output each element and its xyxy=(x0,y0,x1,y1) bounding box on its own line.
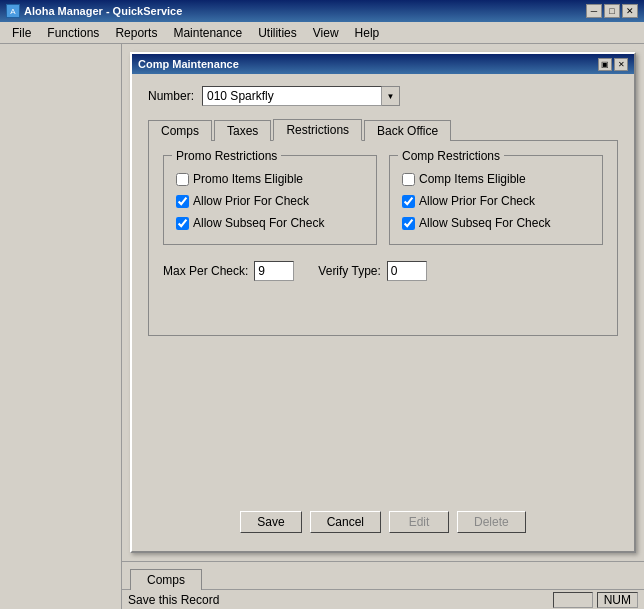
title-bar: A Aloha Manager - QuickService ─ □ ✕ xyxy=(0,0,644,22)
status-bar: Save this Record NUM xyxy=(122,589,644,609)
allow-subseq-promo-row: Allow Subseq For Check xyxy=(176,216,364,230)
verify-type-row: Verify Type: xyxy=(318,261,426,281)
max-per-check-label: Max Per Check: xyxy=(163,264,248,278)
status-empty xyxy=(553,592,593,608)
allow-subseq-promo-label[interactable]: Allow Subseq For Check xyxy=(193,216,324,230)
allow-prior-check-comp-checkbox[interactable] xyxy=(402,195,415,208)
number-row: Number: ▼ xyxy=(148,86,618,106)
dialog-titlebar: Comp Maintenance ▣ ✕ xyxy=(132,54,634,74)
menu-help[interactable]: Help xyxy=(347,24,388,42)
bottom-fields: Max Per Check: Verify Type: xyxy=(163,261,603,281)
sidebar xyxy=(0,44,122,609)
comp-restrictions-group: Comp Restrictions Comp Items Eligible Al… xyxy=(389,155,603,245)
allow-prior-check-promo-label[interactable]: Allow Prior For Check xyxy=(193,194,309,208)
status-num: NUM xyxy=(597,592,638,608)
maximize-button[interactable]: □ xyxy=(604,4,620,18)
allow-subseq-comp-label[interactable]: Allow Subseq For Check xyxy=(419,216,550,230)
comp-group-legend: Comp Restrictions xyxy=(398,149,504,163)
promo-restrictions-group: Promo Restrictions Promo Items Eligible … xyxy=(163,155,377,245)
tab-restrictions[interactable]: Restrictions xyxy=(273,119,362,141)
menu-functions[interactable]: Functions xyxy=(39,24,107,42)
max-per-check-row: Max Per Check: xyxy=(163,261,294,281)
main-content: Comp Maintenance ▣ ✕ Number: ▼ Co xyxy=(0,44,644,609)
allow-subseq-promo-checkbox[interactable] xyxy=(176,217,189,230)
tab-backoffice[interactable]: Back Office xyxy=(364,120,451,141)
verify-type-input[interactable] xyxy=(387,261,427,281)
max-per-check-input[interactable] xyxy=(254,261,294,281)
delete-button[interactable]: Delete xyxy=(457,511,526,533)
number-field[interactable] xyxy=(202,86,382,106)
bottom-tab-comps[interactable]: Comps xyxy=(130,569,202,590)
status-text: Save this Record xyxy=(128,593,219,607)
cancel-button[interactable]: Cancel xyxy=(310,511,381,533)
save-button[interactable]: Save xyxy=(240,511,301,533)
menu-reports[interactable]: Reports xyxy=(107,24,165,42)
menu-maintenance[interactable]: Maintenance xyxy=(165,24,250,42)
restrictions-tab-content: Promo Restrictions Promo Items Eligible … xyxy=(148,141,618,336)
comp-items-eligible-label[interactable]: Comp Items Eligible xyxy=(419,172,526,186)
tab-taxes[interactable]: Taxes xyxy=(214,120,271,141)
allow-prior-promo-row: Allow Prior For Check xyxy=(176,194,364,208)
dialog-title: Comp Maintenance xyxy=(138,58,239,70)
tab-bar: Comps Taxes Restrictions Back Office xyxy=(148,118,618,141)
comp-items-eligible-checkbox[interactable] xyxy=(402,173,415,186)
bottom-tab-bar: Comps xyxy=(122,561,644,589)
number-dropdown[interactable]: ▼ xyxy=(202,86,400,106)
restrictions-row: Promo Restrictions Promo Items Eligible … xyxy=(163,155,603,245)
close-button[interactable]: ✕ xyxy=(622,4,638,18)
edit-button[interactable]: Edit xyxy=(389,511,449,533)
center-area: Comp Maintenance ▣ ✕ Number: ▼ Co xyxy=(122,44,644,609)
menu-file[interactable]: File xyxy=(4,24,39,42)
menu-view[interactable]: View xyxy=(305,24,347,42)
dialog-close-button[interactable]: ✕ xyxy=(614,58,628,71)
verify-type-label: Verify Type: xyxy=(318,264,380,278)
promo-items-eligible-row: Promo Items Eligible xyxy=(176,172,364,186)
title-buttons[interactable]: ─ □ ✕ xyxy=(586,4,638,18)
menu-utilities[interactable]: Utilities xyxy=(250,24,305,42)
allow-subseq-comp-checkbox[interactable] xyxy=(402,217,415,230)
allow-subseq-comp-row: Allow Subseq For Check xyxy=(402,216,590,230)
dialog-restore-button[interactable]: ▣ xyxy=(598,58,612,71)
tab-comps[interactable]: Comps xyxy=(148,120,212,141)
app-title: Aloha Manager - QuickService xyxy=(24,5,182,17)
menu-bar: File Functions Reports Maintenance Utili… xyxy=(0,22,644,44)
promo-group-legend: Promo Restrictions xyxy=(172,149,281,163)
buttons-row: Save Cancel Edit Delete xyxy=(148,501,618,539)
number-label: Number: xyxy=(148,89,194,103)
comp-items-eligible-row: Comp Items Eligible xyxy=(402,172,590,186)
minimize-button[interactable]: ─ xyxy=(586,4,602,18)
allow-prior-check-promo-checkbox[interactable] xyxy=(176,195,189,208)
promo-items-eligible-checkbox[interactable] xyxy=(176,173,189,186)
title-bar-left: A Aloha Manager - QuickService xyxy=(6,4,182,18)
allow-prior-comp-row: Allow Prior For Check xyxy=(402,194,590,208)
dropdown-arrow-icon[interactable]: ▼ xyxy=(382,86,400,106)
dialog-body: Number: ▼ Comps Taxes Restrictions Back … xyxy=(132,74,634,551)
app-icon: A xyxy=(6,4,20,18)
promo-items-eligible-label[interactable]: Promo Items Eligible xyxy=(193,172,303,186)
dialog-controls[interactable]: ▣ ✕ xyxy=(598,58,628,71)
allow-prior-check-comp-label[interactable]: Allow Prior For Check xyxy=(419,194,535,208)
dialog-spacer xyxy=(148,336,618,502)
comp-maintenance-dialog: Comp Maintenance ▣ ✕ Number: ▼ Co xyxy=(130,52,636,553)
status-right: NUM xyxy=(553,592,638,608)
